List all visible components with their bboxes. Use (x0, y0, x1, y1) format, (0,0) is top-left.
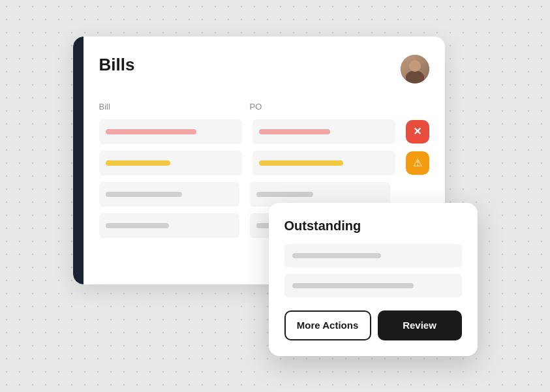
bill-cell (99, 119, 242, 144)
outstanding-bar (292, 253, 381, 258)
outstanding-row (284, 274, 462, 297)
error-badge[interactable]: ✕ (406, 120, 429, 143)
more-actions-button[interactable]: More Actions (284, 310, 371, 340)
po-bar (256, 192, 314, 197)
review-button[interactable]: Review (378, 310, 462, 340)
columns-header: Bill PO (99, 102, 429, 112)
avatar (401, 55, 429, 83)
avatar-image (401, 55, 429, 83)
bill-column-header: Bill (99, 102, 239, 112)
bill-cell (99, 182, 239, 207)
table-row: ✕ (99, 119, 429, 144)
close-icon: ✕ (413, 125, 421, 138)
outstanding-actions: More Actions Review (284, 310, 462, 340)
bill-cell (99, 151, 242, 175)
bill-bar (106, 129, 196, 134)
po-bar (259, 129, 330, 134)
bills-header: Bills (99, 55, 429, 83)
bill-bar (106, 160, 171, 166)
outstanding-card: Outstanding More Actions Review (269, 203, 478, 356)
warning-badge[interactable]: ⚠ (406, 151, 429, 175)
bill-cell (99, 213, 239, 238)
bill-bar (106, 223, 170, 228)
bills-title: Bills (99, 55, 135, 75)
warning-icon: ⚠ (413, 157, 422, 169)
po-bar (259, 160, 343, 166)
po-column-header: PO (250, 102, 390, 112)
outstanding-bar (292, 283, 414, 288)
bill-bar (106, 192, 182, 197)
table-row: ⚠ (99, 151, 429, 175)
outstanding-row (284, 244, 462, 267)
scene: Bills Bill PO (73, 37, 478, 356)
outstanding-rows (284, 244, 462, 297)
card-sidebar (73, 37, 84, 284)
outstanding-title: Outstanding (284, 219, 462, 234)
po-cell (252, 119, 395, 144)
po-cell (252, 151, 395, 175)
